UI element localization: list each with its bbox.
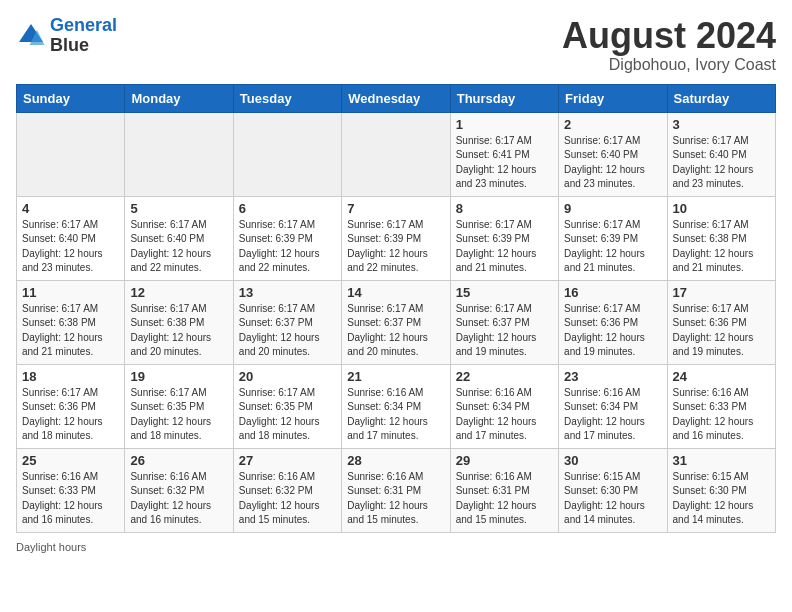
calendar-cell xyxy=(233,112,341,196)
day-number: 14 xyxy=(347,285,444,300)
day-detail: Sunrise: 6:16 AM Sunset: 6:32 PM Dayligh… xyxy=(239,470,336,528)
day-number: 9 xyxy=(564,201,661,216)
day-detail: Sunrise: 6:16 AM Sunset: 6:33 PM Dayligh… xyxy=(673,386,770,444)
calendar-cell: 9Sunrise: 6:17 AM Sunset: 6:39 PM Daylig… xyxy=(559,196,667,280)
calendar-cell: 2Sunrise: 6:17 AM Sunset: 6:40 PM Daylig… xyxy=(559,112,667,196)
day-detail: Sunrise: 6:17 AM Sunset: 6:38 PM Dayligh… xyxy=(22,302,119,360)
calendar-cell: 18Sunrise: 6:17 AM Sunset: 6:36 PM Dayli… xyxy=(17,364,125,448)
day-number: 31 xyxy=(673,453,770,468)
day-detail: Sunrise: 6:17 AM Sunset: 6:38 PM Dayligh… xyxy=(673,218,770,276)
calendar-cell: 17Sunrise: 6:17 AM Sunset: 6:36 PM Dayli… xyxy=(667,280,775,364)
title-block: August 2024 Digbohouo, Ivory Coast xyxy=(562,16,776,74)
calendar-header: SundayMondayTuesdayWednesdayThursdayFrid… xyxy=(17,84,776,112)
calendar-cell: 16Sunrise: 6:17 AM Sunset: 6:36 PM Dayli… xyxy=(559,280,667,364)
calendar-cell: 19Sunrise: 6:17 AM Sunset: 6:35 PM Dayli… xyxy=(125,364,233,448)
day-number: 7 xyxy=(347,201,444,216)
day-detail: Sunrise: 6:17 AM Sunset: 6:38 PM Dayligh… xyxy=(130,302,227,360)
day-detail: Sunrise: 6:17 AM Sunset: 6:35 PM Dayligh… xyxy=(130,386,227,444)
calendar-cell: 23Sunrise: 6:16 AM Sunset: 6:34 PM Dayli… xyxy=(559,364,667,448)
day-detail: Sunrise: 6:17 AM Sunset: 6:37 PM Dayligh… xyxy=(239,302,336,360)
calendar-cell: 6Sunrise: 6:17 AM Sunset: 6:39 PM Daylig… xyxy=(233,196,341,280)
calendar-cell: 30Sunrise: 6:15 AM Sunset: 6:30 PM Dayli… xyxy=(559,448,667,532)
calendar-cell: 22Sunrise: 6:16 AM Sunset: 6:34 PM Dayli… xyxy=(450,364,558,448)
calendar-cell xyxy=(125,112,233,196)
day-number: 28 xyxy=(347,453,444,468)
calendar-cell: 12Sunrise: 6:17 AM Sunset: 6:38 PM Dayli… xyxy=(125,280,233,364)
day-detail: Sunrise: 6:16 AM Sunset: 6:32 PM Dayligh… xyxy=(130,470,227,528)
calendar-cell: 7Sunrise: 6:17 AM Sunset: 6:39 PM Daylig… xyxy=(342,196,450,280)
calendar-week-row: 1Sunrise: 6:17 AM Sunset: 6:41 PM Daylig… xyxy=(17,112,776,196)
day-number: 11 xyxy=(22,285,119,300)
day-detail: Sunrise: 6:16 AM Sunset: 6:34 PM Dayligh… xyxy=(564,386,661,444)
calendar-title: August 2024 xyxy=(562,16,776,56)
day-detail: Sunrise: 6:17 AM Sunset: 6:39 PM Dayligh… xyxy=(347,218,444,276)
calendar-cell: 15Sunrise: 6:17 AM Sunset: 6:37 PM Dayli… xyxy=(450,280,558,364)
day-detail: Sunrise: 6:17 AM Sunset: 6:35 PM Dayligh… xyxy=(239,386,336,444)
calendar-cell: 24Sunrise: 6:16 AM Sunset: 6:33 PM Dayli… xyxy=(667,364,775,448)
day-number: 30 xyxy=(564,453,661,468)
calendar-header-row: SundayMondayTuesdayWednesdayThursdayFrid… xyxy=(17,84,776,112)
day-detail: Sunrise: 6:17 AM Sunset: 6:36 PM Dayligh… xyxy=(673,302,770,360)
day-number: 25 xyxy=(22,453,119,468)
day-number: 5 xyxy=(130,201,227,216)
day-detail: Sunrise: 6:17 AM Sunset: 6:37 PM Dayligh… xyxy=(347,302,444,360)
day-number: 8 xyxy=(456,201,553,216)
day-number: 18 xyxy=(22,369,119,384)
calendar-cell xyxy=(342,112,450,196)
calendar-day-header: Wednesday xyxy=(342,84,450,112)
day-number: 24 xyxy=(673,369,770,384)
day-number: 4 xyxy=(22,201,119,216)
day-detail: Sunrise: 6:17 AM Sunset: 6:40 PM Dayligh… xyxy=(564,134,661,192)
day-number: 3 xyxy=(673,117,770,132)
logo: General Blue xyxy=(16,16,117,56)
calendar-cell: 20Sunrise: 6:17 AM Sunset: 6:35 PM Dayli… xyxy=(233,364,341,448)
day-number: 2 xyxy=(564,117,661,132)
day-detail: Sunrise: 6:17 AM Sunset: 6:36 PM Dayligh… xyxy=(22,386,119,444)
calendar-subtitle: Digbohouo, Ivory Coast xyxy=(562,56,776,74)
day-detail: Sunrise: 6:15 AM Sunset: 6:30 PM Dayligh… xyxy=(673,470,770,528)
day-number: 21 xyxy=(347,369,444,384)
calendar-week-row: 25Sunrise: 6:16 AM Sunset: 6:33 PM Dayli… xyxy=(17,448,776,532)
footer-text: Daylight hours xyxy=(16,541,86,553)
calendar-week-row: 11Sunrise: 6:17 AM Sunset: 6:38 PM Dayli… xyxy=(17,280,776,364)
calendar-cell: 14Sunrise: 6:17 AM Sunset: 6:37 PM Dayli… xyxy=(342,280,450,364)
day-number: 17 xyxy=(673,285,770,300)
day-detail: Sunrise: 6:17 AM Sunset: 6:36 PM Dayligh… xyxy=(564,302,661,360)
calendar-cell: 21Sunrise: 6:16 AM Sunset: 6:34 PM Dayli… xyxy=(342,364,450,448)
day-number: 27 xyxy=(239,453,336,468)
calendar-cell: 26Sunrise: 6:16 AM Sunset: 6:32 PM Dayli… xyxy=(125,448,233,532)
day-number: 20 xyxy=(239,369,336,384)
day-number: 29 xyxy=(456,453,553,468)
calendar-day-header: Friday xyxy=(559,84,667,112)
calendar-cell: 8Sunrise: 6:17 AM Sunset: 6:39 PM Daylig… xyxy=(450,196,558,280)
day-detail: Sunrise: 6:17 AM Sunset: 6:39 PM Dayligh… xyxy=(456,218,553,276)
calendar-body: 1Sunrise: 6:17 AM Sunset: 6:41 PM Daylig… xyxy=(17,112,776,532)
day-number: 16 xyxy=(564,285,661,300)
footer: Daylight hours xyxy=(16,541,776,553)
day-number: 12 xyxy=(130,285,227,300)
day-number: 10 xyxy=(673,201,770,216)
day-detail: Sunrise: 6:17 AM Sunset: 6:39 PM Dayligh… xyxy=(564,218,661,276)
day-detail: Sunrise: 6:17 AM Sunset: 6:40 PM Dayligh… xyxy=(130,218,227,276)
calendar-cell: 1Sunrise: 6:17 AM Sunset: 6:41 PM Daylig… xyxy=(450,112,558,196)
calendar-cell: 5Sunrise: 6:17 AM Sunset: 6:40 PM Daylig… xyxy=(125,196,233,280)
calendar-cell: 25Sunrise: 6:16 AM Sunset: 6:33 PM Dayli… xyxy=(17,448,125,532)
day-detail: Sunrise: 6:16 AM Sunset: 6:33 PM Dayligh… xyxy=(22,470,119,528)
day-detail: Sunrise: 6:16 AM Sunset: 6:34 PM Dayligh… xyxy=(347,386,444,444)
day-detail: Sunrise: 6:16 AM Sunset: 6:31 PM Dayligh… xyxy=(347,470,444,528)
logo-text: General Blue xyxy=(50,16,117,56)
calendar-cell: 10Sunrise: 6:17 AM Sunset: 6:38 PM Dayli… xyxy=(667,196,775,280)
day-number: 1 xyxy=(456,117,553,132)
calendar-day-header: Sunday xyxy=(17,84,125,112)
day-number: 22 xyxy=(456,369,553,384)
day-detail: Sunrise: 6:15 AM Sunset: 6:30 PM Dayligh… xyxy=(564,470,661,528)
calendar-cell: 4Sunrise: 6:17 AM Sunset: 6:40 PM Daylig… xyxy=(17,196,125,280)
calendar-cell: 11Sunrise: 6:17 AM Sunset: 6:38 PM Dayli… xyxy=(17,280,125,364)
calendar-day-header: Tuesday xyxy=(233,84,341,112)
day-detail: Sunrise: 6:17 AM Sunset: 6:39 PM Dayligh… xyxy=(239,218,336,276)
day-number: 6 xyxy=(239,201,336,216)
day-number: 26 xyxy=(130,453,227,468)
day-detail: Sunrise: 6:17 AM Sunset: 6:37 PM Dayligh… xyxy=(456,302,553,360)
day-detail: Sunrise: 6:16 AM Sunset: 6:31 PM Dayligh… xyxy=(456,470,553,528)
day-number: 15 xyxy=(456,285,553,300)
